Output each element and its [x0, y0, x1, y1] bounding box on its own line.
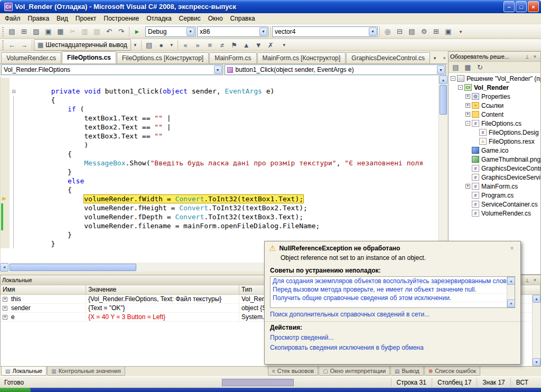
menu-item-справка[interactable]: Справка — [227, 14, 259, 23]
tree-item-graphicsdeviceservic[interactable]: GraphicsDeviceServic — [449, 173, 540, 182]
close-button[interactable]: × — [528, 1, 539, 12]
navigate-back-icon[interactable]: ← — [6, 39, 18, 51]
code-text[interactable]: } — [18, 239, 55, 248]
doc-tab-graphicsdevicecontrol-cs[interactable]: GraphicsDeviceControl.cs — [346, 52, 430, 63]
toolbar-grip[interactable] — [2, 27, 4, 36]
outline-cell[interactable] — [10, 221, 18, 230]
tool-tab-список-ошибок[interactable]: ⊗Список ошибок — [424, 367, 480, 376]
toolbar-overflow-icon[interactable]: ▾ — [456, 27, 465, 35]
prev-bookmark-icon[interactable]: ▲ — [240, 39, 253, 51]
find-in-files-icon[interactable]: ◎ — [381, 26, 394, 38]
tree-item-game-ico[interactable]: Game.ico — [449, 146, 540, 155]
tree-item-решение-vol-render-прое[interactable]: -Решение "Vol_Render" (прое — [449, 74, 540, 83]
tree-expander-icon[interactable]: + — [465, 112, 470, 117]
gutter-cell[interactable] — [1, 105, 10, 114]
outline-cell[interactable] — [10, 96, 18, 105]
column-header-value[interactable]: Значение — [86, 285, 239, 294]
outline-cell[interactable] — [10, 123, 18, 132]
breakpoints-window-icon[interactable]: ● — [155, 39, 167, 51]
output-window-icon[interactable]: ▤ — [143, 39, 155, 51]
menu-item-проект[interactable]: Проект — [72, 14, 100, 23]
code-text[interactable]: } — [18, 230, 72, 239]
tree-item-fileoptions-desig[interactable]: FileOptions.Desig — [449, 128, 540, 137]
outline-cell[interactable] — [10, 78, 18, 87]
resize-grip[interactable] — [534, 377, 541, 388]
close-document-icon[interactable]: × — [440, 54, 449, 62]
action-link-просмотр-сведений[interactable]: Просмотр сведений... — [265, 332, 520, 342]
indent-increase-icon[interactable]: » — [192, 39, 204, 51]
code-text[interactable]: private void button1_Click(object sender… — [18, 87, 274, 96]
row-expander-icon[interactable]: + — [3, 297, 7, 302]
navigate-forward-icon[interactable]: → — [18, 39, 30, 51]
tool-tab-вывод[interactable]: ▤Вывод — [390, 367, 424, 376]
code-text[interactable]: { — [18, 185, 72, 194]
tree-expander-icon[interactable]: + — [465, 184, 470, 189]
taskbar[interactable] — [0, 388, 541, 392]
solution-explorer-header[interactable]: Обозреватель реше... ⊤ × — [449, 52, 540, 62]
types-combo[interactable]: Vol_Render.FileOptions ▾ — [1, 64, 223, 75]
search-online-link[interactable]: Поиск дополнительных справочных сведений… — [265, 309, 520, 319]
outline-cell[interactable] — [10, 185, 18, 194]
doc-tab-volumerender-cs[interactable]: VolumeRender.cs — [1, 52, 61, 63]
code-text[interactable]: MessageBox.Show("Введіть будь ласка дані… — [18, 158, 423, 167]
gutter-cell[interactable] — [1, 230, 10, 239]
chevron-down-icon[interactable]: ▾ — [369, 27, 377, 36]
code-text[interactable]: } — [18, 167, 72, 176]
chevron-down-icon[interactable]: ▾ — [214, 66, 222, 74]
find-combo[interactable]: vector4 ▾ — [272, 26, 378, 37]
refresh-icon[interactable]: ↻ — [474, 61, 486, 73]
gutter-cell[interactable] — [1, 185, 10, 194]
save-icon[interactable]: ▣ — [42, 26, 54, 38]
tool-tab-контрольные-значения[interactable]: ▥Контрольные значения — [47, 367, 125, 376]
menu-item-построение[interactable]: Построение — [100, 14, 143, 23]
members-combo[interactable]: button1_Click(object sender, EventArgs e… — [225, 64, 446, 75]
scroll-down-icon[interactable]: ▼ — [533, 358, 540, 366]
code-text[interactable]: ) — [18, 141, 88, 150]
tree-expander-icon[interactable]: - — [458, 85, 463, 90]
outline-cell[interactable] — [10, 212, 18, 221]
code-text[interactable]: volumeRender.filename = mainForm.openFil… — [18, 221, 320, 230]
code-text[interactable]: volumeRender.fDepth = Convert.ToInt32(te… — [18, 212, 303, 221]
code-text[interactable]: volumeRender.fHeight = Convert.ToInt32(t… — [18, 203, 307, 212]
outline-cell[interactable]: ⊟ — [10, 87, 18, 96]
locals-vertical-scrollbar[interactable]: ▲ ▼ — [532, 295, 540, 366]
gutter-cell[interactable] — [1, 132, 10, 141]
outline-cell[interactable] — [10, 150, 18, 158]
gutter-cell[interactable] — [1, 87, 10, 96]
gutter-cell[interactable] — [1, 221, 10, 230]
doc-tab-fileoptions-cs[interactable]: FileOptions.cs — [62, 51, 116, 63]
doc-tab-fileoptions-cs-конструктор[interactable]: FileOptions.cs [Конструктор] — [117, 52, 209, 63]
tip-link[interactable]: Перед вызовом метода проверьте, не имеет… — [270, 285, 507, 294]
chevron-down-icon[interactable]: ▾ — [167, 41, 176, 49]
scroll-up-icon[interactable]: ▲ — [533, 295, 540, 303]
tree-item-ссылки[interactable]: +Ссылки — [449, 101, 540, 110]
add-item-icon[interactable]: ⊞ — [18, 26, 30, 38]
gutter-cell[interactable] — [1, 203, 10, 212]
row-expander-icon[interactable]: + — [3, 315, 7, 320]
tree-expander-icon[interactable]: - — [465, 121, 470, 126]
cut-icon[interactable]: ✂ — [67, 26, 79, 38]
chevron-down-icon[interactable]: ▾ — [131, 41, 139, 49]
code-editor[interactable]: ⊟ private void button1_Click(object send… — [0, 76, 439, 263]
toolbar-grip[interactable] — [2, 40, 4, 50]
code-text[interactable]: textBox1.Text == "" | — [18, 114, 171, 123]
tips-scrollbar[interactable]: ▲ ▼ — [507, 277, 515, 307]
gutter-cell[interactable] — [1, 176, 10, 185]
outline-cell[interactable] — [10, 239, 18, 248]
gutter-cell[interactable] — [1, 194, 10, 203]
scroll-up-icon[interactable]: ▲ — [439, 76, 447, 84]
solution-explorer-icon[interactable]: ⊟ — [394, 26, 406, 38]
outline-cell[interactable] — [10, 141, 18, 150]
close-panel-icon[interactable]: × — [531, 276, 539, 284]
code-text[interactable]: else — [18, 176, 84, 185]
editor-vertical-scrollbar[interactable]: ▲ ▼ — [439, 76, 447, 263]
show-all-files-icon[interactable]: ▦ — [462, 61, 474, 73]
minimize-button[interactable]: – — [503, 1, 515, 12]
outline-cell[interactable] — [10, 132, 18, 141]
tree-item-volumerender-cs[interactable]: VolumeRender.cs — [449, 209, 540, 218]
tip-link[interactable]: Для создания экземпляров объектов воспол… — [270, 277, 507, 285]
redo-icon[interactable]: ↷ — [115, 26, 127, 38]
tree-expander-icon[interactable]: - — [451, 76, 455, 81]
paste-icon[interactable]: ▧ — [91, 26, 103, 38]
start-debug-button[interactable]: ► — [131, 26, 143, 38]
